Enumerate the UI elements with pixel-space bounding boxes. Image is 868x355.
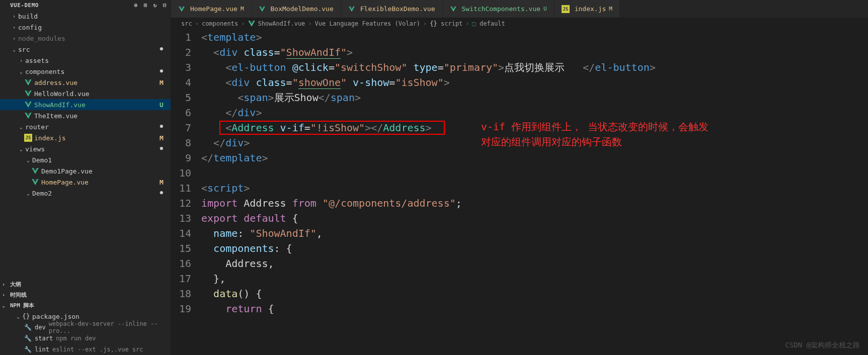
- tree-item-build[interactable]: ›build: [0, 11, 171, 22]
- tree-item-config[interactable]: ›config: [0, 22, 171, 33]
- tree-item-ShowAndIf.vue[interactable]: ShowAndIf.vueU: [0, 99, 171, 110]
- code-content[interactable]: <template> <div class="ShowAndIf"> <el-b…: [201, 30, 868, 355]
- tree-item-HelloWorld.vue[interactable]: HelloWorld.vue: [0, 88, 171, 99]
- tree-item-Demo1[interactable]: ⌄Demo1: [0, 154, 171, 165]
- editor-tabs: HomePage.vueMBoxModelDemo.vueFlexibleBox…: [171, 0, 868, 18]
- project-name: VUE-DEMO: [10, 2, 39, 9]
- new-file-icon[interactable]: ⊕: [134, 2, 138, 9]
- code-editor[interactable]: 12345678910111213141516171819 <template>…: [171, 30, 868, 355]
- tree-item-src[interactable]: ⌄src•: [0, 44, 171, 55]
- npm-section[interactable]: ⌄NPM 脚本: [0, 300, 171, 311]
- line-numbers: 12345678910111213141516171819: [171, 30, 201, 355]
- npm-script-lint[interactable]: 🔧 lint eslint --ext .js,.vue src: [0, 344, 171, 355]
- file-tree: ›build›config›node_modules⌄src•›assets⌄c…: [0, 11, 171, 279]
- tree-item-Demo1Page.vue[interactable]: Demo1Page.vue: [0, 165, 171, 176]
- tree-item-address.vue[interactable]: address.vueM: [0, 77, 171, 88]
- tree-item-HomePage.vue[interactable]: HomePage.vueM: [0, 176, 171, 188]
- tab-SwitchComponents.vue[interactable]: SwitchComponents.vueU: [443, 0, 555, 18]
- tree-item-TheItem.vue[interactable]: TheItem.vue: [0, 110, 171, 121]
- npm-script-dev[interactable]: 🔧 dev webpack-dev-server --inline --pro.…: [0, 322, 171, 333]
- watermark: CSDN @架构师全栈之路: [785, 341, 860, 350]
- outline-section[interactable]: ›大纲: [0, 279, 171, 290]
- editor-area: HomePage.vueMBoxModelDemo.vueFlexibleBox…: [171, 0, 868, 355]
- tree-item-assets[interactable]: ›assets: [0, 55, 171, 66]
- tree-item-views[interactable]: ⌄views•: [0, 143, 171, 154]
- tree-item-router[interactable]: ⌄router•: [0, 121, 171, 132]
- annotation-text: v-if 作用到组件上， 当状态改变的时候，会触发 对应的组件调用对应的钩子函数: [481, 119, 708, 149]
- explorer-header: VUE-DEMO ⊕ ⊞ ↻ ⊟: [0, 0, 171, 11]
- tab-index.js[interactable]: JSindex.jsM: [555, 0, 620, 18]
- tab-HomePage.vue[interactable]: HomePage.vueM: [171, 0, 252, 18]
- explorer-sidebar: VUE-DEMO ⊕ ⊞ ↻ ⊟ ›build›config›node_modu…: [0, 0, 171, 355]
- tree-item-node_modules[interactable]: ›node_modules: [0, 33, 171, 44]
- collapse-icon[interactable]: ⊟: [163, 2, 167, 9]
- breadcrumb[interactable]: src›components›ShowAndIf.vue›Vue Languag…: [171, 18, 868, 30]
- explorer-actions: ⊕ ⊞ ↻ ⊟: [134, 2, 167, 9]
- tree-item-components[interactable]: ⌄components•: [0, 66, 171, 77]
- tree-item-index.js[interactable]: JSindex.jsM: [0, 132, 171, 143]
- new-folder-icon[interactable]: ⊞: [144, 2, 147, 9]
- npm-script-start[interactable]: 🔧 start npm run dev: [0, 333, 171, 344]
- refresh-icon[interactable]: ↻: [153, 2, 157, 9]
- tab-FlexibleBoxDemo.vue[interactable]: FlexibleBoxDemo.vue: [341, 0, 443, 18]
- timeline-section[interactable]: ›时间线: [0, 290, 171, 300]
- tab-BoxModelDemo.vue[interactable]: BoxModelDemo.vue: [252, 0, 341, 18]
- tree-item-Demo2[interactable]: ⌄Demo2•: [0, 188, 171, 199]
